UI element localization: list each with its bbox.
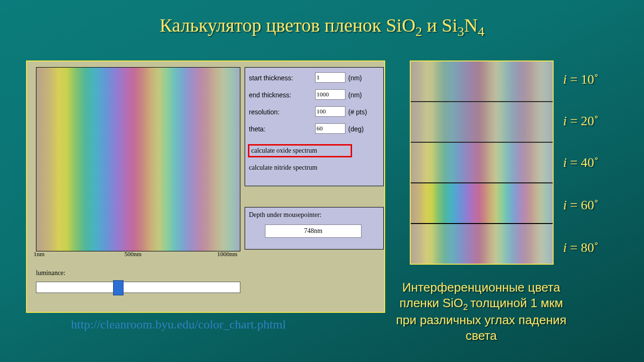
title-sub2: 3	[458, 24, 464, 39]
theta-unit: (deg)	[348, 125, 364, 133]
res-label: resolution:	[249, 108, 280, 116]
angle-label-2: i = 40˚	[563, 155, 634, 170]
angle-band-2	[411, 143, 553, 183]
calculator-panel: 1nm 500nm 1000nm start thickness: (nm) e…	[26, 60, 385, 313]
caption-l3: при различных углах падения	[396, 313, 566, 327]
calc-nitride-button[interactable]: calculate nitride spectrum	[249, 164, 318, 172]
angle-band-1	[411, 102, 553, 143]
angle-band-3	[411, 183, 553, 224]
angle-label-0: i = 10˚	[563, 72, 634, 87]
depth-box: Depth under mousepointer: 748nm	[245, 207, 384, 250]
spectrum-gradient	[36, 68, 240, 251]
param-resolution: resolution: (# pts)	[249, 106, 379, 119]
res-unit: (# pts)	[348, 108, 367, 116]
title-sub3: 4	[478, 24, 485, 39]
depth-value: 748nm	[265, 224, 362, 238]
angle-band-4	[411, 224, 553, 264]
param-end-thickness: end thickness: (nm)	[249, 89, 379, 102]
res-input[interactable]	[315, 106, 345, 117]
luminance-label: luminance:	[36, 269, 65, 277]
start-input[interactable]	[315, 72, 345, 83]
caption-l2sub: 2	[463, 302, 470, 312]
param-theta: theta: (deg)	[249, 123, 379, 136]
axis-tick-3: 1000nm	[217, 250, 238, 258]
main-spectrum-plot[interactable]	[36, 67, 240, 251]
angle-band-0	[411, 61, 553, 102]
caption-l1: Интерференционные цвета	[402, 280, 560, 294]
title-mid: и Si	[422, 15, 458, 36]
luminance-thumb[interactable]	[113, 280, 124, 295]
param-start-thickness: start thickness: (nm)	[249, 72, 379, 85]
angle-label-4: i = 80˚	[563, 240, 634, 255]
caption-l4: света	[466, 328, 497, 343]
title-sub1: 2	[415, 24, 422, 39]
start-label: start thickness:	[249, 74, 293, 82]
param-box: start thickness: (nm) end thickness: (nm…	[245, 67, 384, 186]
angle-label-1: i = 20˚	[563, 113, 634, 129]
axis-tick-2: 500nm	[124, 250, 141, 258]
calc-oxide-button[interactable]: calculate oxide spectrum	[248, 144, 352, 157]
end-input[interactable]	[315, 89, 345, 100]
angle-spectra-panel	[410, 60, 554, 265]
theta-label: theta:	[249, 125, 265, 133]
title-n: N	[464, 15, 478, 36]
source-url[interactable]: http://cleanroom.byu.edu/color_chart.pht…	[71, 318, 286, 332]
caption-l2b: толщиной 1 мкм	[470, 296, 563, 310]
start-unit: (nm)	[348, 74, 362, 82]
caption-l2a: пленки SiO	[399, 296, 463, 310]
end-label: end thickness:	[249, 91, 291, 99]
depth-label: Depth under mousepointer:	[249, 211, 321, 219]
luminance-slider[interactable]	[36, 282, 240, 293]
title-prefix: Калькулятор цветов пленок SiO	[159, 15, 415, 36]
axis-tick-1: 1nm	[34, 250, 44, 258]
theta-input[interactable]	[315, 123, 345, 134]
end-unit: (nm)	[348, 91, 362, 99]
right-caption: Интерференционные цвета пленки SiO2 толщ…	[394, 280, 569, 343]
slide-title: Калькулятор цветов пленок SiO2 и Si3N4	[0, 14, 644, 39]
angle-label-3: i = 60˚	[563, 198, 634, 213]
